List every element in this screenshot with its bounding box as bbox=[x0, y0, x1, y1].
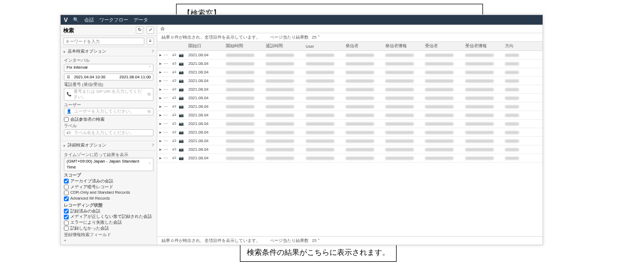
row-more-icon[interactable]: ⋯ bbox=[164, 138, 168, 143]
interval-select[interactable]: Fix Interval bbox=[64, 64, 153, 71]
rec-bad-media[interactable]: メディアが正しくない形で記録された会話 bbox=[64, 214, 153, 219]
cell-caller bbox=[346, 62, 374, 65]
search-icon[interactable]: 🔍 bbox=[73, 17, 79, 23]
table-row[interactable]: ▸⋯🏷📷2021.08.04 bbox=[157, 60, 543, 68]
col-icons[interactable] bbox=[170, 42, 186, 51]
cell-callee-info bbox=[465, 105, 494, 108]
copy-icon[interactable]: ⧉ bbox=[148, 109, 151, 114]
col-callee-info[interactable]: 受信者情報 bbox=[463, 42, 503, 51]
cell-direction bbox=[505, 140, 519, 143]
expand-row-icon[interactable]: ▸ bbox=[159, 121, 162, 126]
rec-not-recorded[interactable]: 記録しなかった会話 bbox=[64, 226, 153, 231]
col-duration[interactable]: 通話時間 bbox=[264, 42, 303, 51]
col-direction[interactable]: 方向 bbox=[503, 42, 543, 51]
col-caller[interactable]: 発信者 bbox=[343, 42, 383, 51]
row-more-icon[interactable]: ⋯ bbox=[164, 147, 168, 152]
table-row[interactable]: ▸⋯🏷📷2021.08.04 bbox=[157, 94, 543, 102]
row-more-icon[interactable]: ⋯ bbox=[164, 87, 168, 92]
cell-callee bbox=[425, 97, 453, 100]
section-advanced-search[interactable]: 詳細検索オプション ? bbox=[61, 141, 157, 150]
menu-settings[interactable]: 会話 bbox=[84, 17, 94, 24]
cell-caller-info bbox=[385, 148, 414, 151]
help-icon[interactable]: ? bbox=[152, 143, 154, 148]
cell-start-time bbox=[226, 88, 254, 91]
expand-row-icon[interactable]: ▸ bbox=[159, 130, 162, 135]
tz-select[interactable]: (GMT+09:00) Japan - Japan Standard Time bbox=[64, 158, 153, 171]
row-more-icon[interactable]: ⋯ bbox=[164, 70, 168, 75]
chk-participant-box[interactable] bbox=[64, 117, 69, 122]
table-row[interactable]: ▸⋯🏷📷2021.08.04 bbox=[157, 51, 543, 60]
table-row[interactable]: ▸⋯🏷📷2021.08.04 bbox=[157, 68, 543, 77]
main-toolbar: 会 bbox=[157, 25, 543, 33]
rec-recorded[interactable]: 記録済みの会話 bbox=[64, 209, 153, 214]
user-input[interactable]: 👤 ユーザーを入力してください。 ⧉ bbox=[64, 108, 153, 115]
label-input[interactable]: 🏷 ラベル名を入力してください。 bbox=[64, 129, 153, 137]
row-more-icon[interactable]: ⋯ bbox=[164, 104, 168, 109]
main-tab[interactable]: 会 bbox=[160, 26, 165, 32]
col-callee[interactable]: 受信者 bbox=[423, 42, 463, 51]
date-range-input[interactable]: 🗓 2021.04.04 10:30 2021.08.04 11:00 bbox=[64, 74, 153, 81]
scope-archived[interactable]: アーカイブ済みの会話 bbox=[64, 179, 153, 184]
refresh-icon[interactable]: ↻ bbox=[136, 26, 143, 34]
row-more-icon[interactable]: ⋯ bbox=[164, 61, 168, 66]
row-more-icon[interactable]: ⋯ bbox=[164, 78, 168, 83]
row-more-icon[interactable]: ⋯ bbox=[164, 113, 168, 118]
table-row[interactable]: ▸⋯🏷📷2021.08.04 bbox=[157, 154, 543, 163]
expand-row-icon[interactable]: ▸ bbox=[159, 156, 162, 160]
expand-icon[interactable]: ⤢ bbox=[147, 26, 154, 34]
col-start-date[interactable]: 開始日 bbox=[186, 42, 224, 51]
table-row[interactable]: ▸⋯🏷📷2021.08.04 bbox=[157, 120, 543, 128]
col-user[interactable]: User bbox=[304, 42, 343, 51]
cell-caller bbox=[346, 88, 374, 91]
expand-row-icon[interactable]: ▸ bbox=[159, 147, 162, 152]
help-icon[interactable]: ? bbox=[152, 49, 154, 54]
cell-caller-info bbox=[385, 97, 414, 100]
phone-input[interactable]: 📞 番号または SIP URI を入力してください。 ⧉ bbox=[64, 88, 153, 101]
expand-row-icon[interactable]: ▸ bbox=[159, 53, 162, 57]
keyword-search-input[interactable] bbox=[63, 38, 144, 45]
row-more-icon[interactable]: ⋯ bbox=[164, 156, 168, 160]
table-row[interactable]: ▸⋯🏷📷2021.08.04 bbox=[157, 128, 543, 137]
scope-cdr-only[interactable]: CDR-Only and Standard Records bbox=[64, 190, 153, 195]
table-row[interactable]: ▸⋯🏷📷2021.08.04 bbox=[157, 111, 543, 120]
col-expand[interactable] bbox=[157, 42, 170, 51]
expand-row-icon[interactable]: ▸ bbox=[159, 70, 162, 75]
page-size-select-bottom[interactable]: 25 ˅ bbox=[312, 238, 319, 243]
sidebar-tab-search[interactable]: 検索 bbox=[63, 27, 133, 34]
table-row[interactable]: ▸⋯🏷📷2021.08.04 bbox=[157, 145, 543, 154]
rec-error[interactable]: エラーにより失敗した会話 bbox=[64, 220, 153, 225]
table-row[interactable]: ▸⋯🏷📷2021.08.04 bbox=[157, 85, 543, 94]
row-more-icon[interactable]: ⋯ bbox=[164, 53, 168, 57]
table-row[interactable]: ▸⋯🏷📷2021.08.04 bbox=[157, 137, 543, 145]
scope-advanced-im[interactable]: Advanced IM Records bbox=[64, 196, 153, 201]
expand-row-icon[interactable]: ▸ bbox=[159, 61, 162, 66]
expand-row-icon[interactable]: ▸ bbox=[159, 113, 162, 118]
sidebar: 検索 ↻ ⤢ ≡ 基本検索オプション ? インターバル Fix Interval… bbox=[61, 25, 157, 245]
chk-participant-search[interactable]: 会話参加者の検索 bbox=[64, 117, 153, 122]
table-row[interactable]: ▸⋯🏷📷2021.08.04 bbox=[157, 77, 543, 85]
phone-placeholder: 番号または SIP URI を入力してください。 bbox=[74, 89, 145, 100]
cell-caller-info bbox=[385, 71, 414, 74]
copy-icon[interactable]: ⧉ bbox=[148, 92, 151, 97]
add-reg-field-button[interactable]: + bbox=[64, 238, 153, 244]
camera-icon: 📷 bbox=[179, 53, 184, 57]
scope-media-encrypted[interactable]: メディア暗号レコード bbox=[64, 185, 153, 190]
expand-row-icon[interactable]: ▸ bbox=[159, 96, 162, 100]
col-caller-info[interactable]: 発信者情報 bbox=[383, 42, 423, 51]
table-row[interactable]: ▸⋯🏷📷2021.08.04 bbox=[157, 102, 543, 111]
expand-row-icon[interactable]: ▸ bbox=[159, 78, 162, 83]
expand-row-icon[interactable]: ▸ bbox=[159, 87, 162, 92]
menu-data[interactable]: データ bbox=[134, 17, 148, 24]
row-more-icon[interactable]: ⋯ bbox=[164, 96, 168, 100]
row-more-icon[interactable]: ⋯ bbox=[164, 121, 168, 126]
menu-workflow[interactable]: ワークフロー bbox=[99, 17, 128, 24]
col-start-time[interactable]: 開始時間 bbox=[224, 42, 264, 51]
cell-caller-info bbox=[385, 79, 414, 83]
camera-icon: 📷 bbox=[179, 130, 184, 135]
section-basic-search[interactable]: 基本検索オプション ? bbox=[61, 47, 157, 56]
row-more-icon[interactable]: ⋯ bbox=[164, 130, 168, 135]
search-go-button[interactable]: ≡ bbox=[147, 38, 154, 45]
page-size-select[interactable]: 25 ˅ bbox=[312, 35, 319, 40]
expand-row-icon[interactable]: ▸ bbox=[159, 104, 162, 109]
expand-row-icon[interactable]: ▸ bbox=[159, 138, 162, 143]
